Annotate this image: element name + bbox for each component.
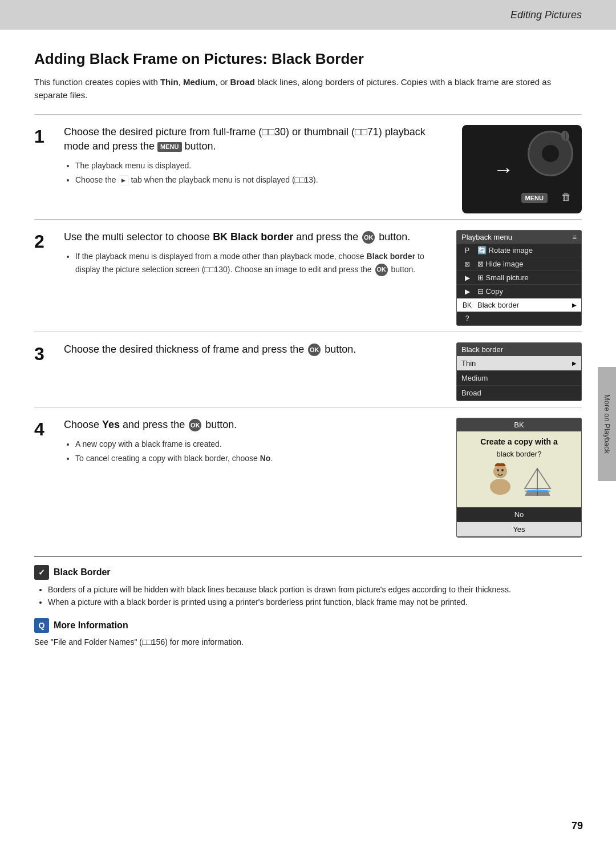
- cc-options: No Yes: [457, 507, 581, 537]
- note-bullets-blackborder: Borders of a picture will be hidden with…: [48, 583, 582, 609]
- note-title-blackborder: Black Border: [54, 567, 111, 578]
- intro-paragraph: This function creates copies with Thin, …: [34, 76, 582, 102]
- note-header-moreinfo: Q More Information: [34, 618, 582, 633]
- cc-text: Create a copy with a: [463, 437, 576, 446]
- pm-label-blackborder: Black border: [477, 301, 519, 309]
- camera-illustration: → MENU 🗑: [462, 125, 582, 213]
- pm-icon-small: ▶: [461, 274, 473, 282]
- ok-button-icon-3: OK: [308, 344, 321, 356]
- pm-icon-help: ?: [461, 314, 473, 322]
- svg-point-4: [497, 469, 499, 471]
- header-bar: Editing Pictures: [0, 0, 616, 30]
- more-info-note: Q More Information See "File and Folder …: [34, 618, 582, 648]
- side-tab-label: More on Playback: [603, 394, 611, 454]
- page: Editing Pictures Adding Black Frame on P…: [0, 0, 616, 848]
- bb-menu-header: Black border: [457, 343, 581, 356]
- step-2-section: 2 Use the multi selector to choose BK Bl…: [34, 219, 582, 332]
- cc-subtext: black border?: [463, 450, 576, 458]
- svg-point-2: [493, 465, 507, 478]
- step-4-title: Choose Yes and press the OK button.: [64, 418, 443, 432]
- step-1-title: Choose the desired picture from full-fra…: [64, 125, 448, 154]
- playback-menu-icon: ≡: [572, 233, 577, 241]
- step-1-section: 1 Choose the desired picture from full-f…: [34, 114, 582, 219]
- step-3-image: Black border Thin ▶ Medium Broad: [456, 342, 582, 401]
- step-3-number: 3: [34, 342, 64, 365]
- pm-row-small: ▶ ⊞ Small picture: [457, 271, 581, 285]
- svg-point-5: [501, 469, 504, 471]
- book-icon: Q: [34, 618, 49, 633]
- cc-body: Create a copy with a black border?: [457, 431, 581, 507]
- page-number: 79: [572, 820, 583, 832]
- camera-arrow-icon: →: [493, 158, 514, 181]
- bb-label-medium: Medium: [461, 374, 488, 382]
- pm-row-help: ?: [457, 312, 581, 325]
- note-text-moreinfo: See "File and Folder Names" (□□156) for …: [34, 636, 582, 648]
- pm-icon-hide: ⊠: [461, 260, 473, 268]
- pm-label-rotate: 🔄 Rotate image: [477, 246, 533, 255]
- note-header-blackborder: ✓ Black Border: [34, 565, 582, 580]
- black-border-note: ✓ Black Border Borders of a picture will…: [34, 565, 582, 609]
- step-2-bullets: If the playback menu is displayed from a…: [75, 250, 443, 276]
- bb-row-broad: Broad: [457, 386, 581, 401]
- bb-row-thin: Thin ▶: [457, 356, 581, 371]
- bb-row-medium: Medium: [457, 371, 581, 386]
- pm-row-rotate: P 🔄 Rotate image: [457, 244, 581, 257]
- menu-label: MENU: [157, 142, 181, 152]
- step-4-body: Choose Yes and press the OK button. A ne…: [64, 418, 443, 466]
- step-3-section: 3 Choose the desired thickness of frame …: [34, 332, 582, 407]
- pm-arrow-icon: ▶: [572, 302, 577, 308]
- step-2-body: Use the multi selector to choose BK Blac…: [64, 230, 443, 277]
- main-content: Adding Black Frame on Pictures: Black Bo…: [0, 30, 616, 680]
- step-1-bullet-2: Choose the ▶ tab when the playback menu …: [75, 173, 448, 186]
- copy-confirm-illustration: BK Create a copy with a black border?: [456, 418, 582, 538]
- ok-button-icon-2: OK: [362, 231, 375, 244]
- trash-icon: 🗑: [561, 191, 572, 203]
- playback-menu-illustration: Playback menu ≡ P 🔄 Rotate image ⊠ ⊠ Hid…: [456, 230, 582, 326]
- step-1-number: 1: [34, 125, 64, 147]
- boat-illustration: [522, 463, 553, 497]
- note-bullet-bb-1: Borders of a picture will be hidden with…: [48, 583, 582, 596]
- pm-row-hide: ⊠ ⊠ Hide image: [457, 257, 581, 271]
- pm-icon-bk: BK: [461, 301, 473, 309]
- notes-section: ✓ Black Border Borders of a picture will…: [34, 556, 582, 648]
- bb-label-broad: Broad: [461, 389, 481, 397]
- step-2-number: 2: [34, 230, 64, 252]
- step-1-bullets: The playback menu is displayed. Choose t…: [75, 159, 448, 186]
- step-2-image: Playback menu ≡ P 🔄 Rotate image ⊠ ⊠ Hid…: [456, 230, 582, 326]
- playback-menu-header: Playback menu ≡: [457, 231, 581, 244]
- side-tab: More on Playback: [598, 367, 616, 481]
- bb-arrow-thin: ▶: [572, 360, 577, 366]
- step-4-bullets: A new copy with a black frame is created…: [75, 438, 443, 465]
- person-illustration: [485, 463, 516, 497]
- chapter-title: Adding Black Frame on Pictures: Black Bo…: [34, 50, 582, 68]
- pm-row-blackborder: BK Black border ▶: [457, 298, 581, 312]
- step-2-title: Use the multi selector to choose BK Blac…: [64, 230, 443, 244]
- note-title-moreinfo: More Information: [54, 620, 128, 631]
- step-3-title: Choose the desired thickness of frame an…: [64, 342, 443, 357]
- step-1-bullet-1: The playback menu is displayed.: [75, 159, 448, 172]
- step-1-body: Choose the desired picture from full-fra…: [64, 125, 448, 187]
- step-4-bullet-2: To cancel creating a copy with black bor…: [75, 452, 443, 465]
- cc-header-icon: BK: [457, 418, 581, 431]
- header-title: Editing Pictures: [510, 9, 582, 21]
- ok-button-icon-2b: OK: [375, 264, 388, 276]
- cc-illustration: [463, 463, 576, 497]
- step-4-number: 4: [34, 418, 64, 440]
- step-4-image: BK Create a copy with a black border?: [456, 418, 582, 538]
- bb-label-thin: Thin: [461, 359, 476, 368]
- pm-label-small: ⊞ Small picture: [477, 273, 529, 282]
- playback-tab-icon: ▶: [119, 175, 129, 185]
- step-3-body: Choose the desired thickness of frame an…: [64, 342, 443, 362]
- black-border-menu-illustration: Black border Thin ▶ Medium Broad: [456, 342, 582, 401]
- svg-point-3: [490, 479, 510, 495]
- pm-row-copy: ▶ ⊟ Copy: [457, 285, 581, 298]
- note-bullet-bb-2: When a picture with a black border is pr…: [48, 596, 582, 608]
- camera-dial-inner: [542, 145, 559, 162]
- ok-button-icon-4: OK: [189, 419, 201, 431]
- step-4-section: 4 Choose Yes and press the OK button. A …: [34, 407, 582, 543]
- step-1-image: → MENU 🗑: [462, 125, 582, 213]
- step-4-bullet-1: A new copy with a black frame is created…: [75, 438, 443, 450]
- step-2-bullet-1: If the playback menu is displayed from a…: [75, 250, 443, 276]
- leaf-icon: [559, 130, 572, 142]
- cc-option-yes: Yes: [457, 522, 581, 537]
